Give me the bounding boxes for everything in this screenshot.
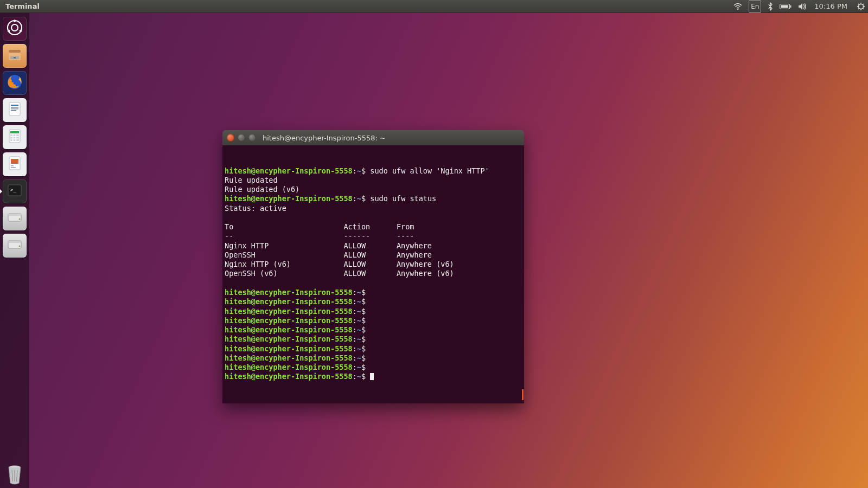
terminal-command-line: hitesh@encypher-Inspiron-5558:~$ [225,307,522,316]
terminal-command-line: hitesh@encypher-Inspiron-5558:~$ sudo uf… [225,194,522,203]
terminal-output-line: OpenSSH (v6) ALLOW Anywhere (v6) [225,269,522,278]
svg-rect-38 [16,139,19,141]
svg-rect-36 [10,139,12,141]
terminal-cursor [370,373,374,380]
output-text: Rule updated [225,176,278,184]
svg-rect-37 [14,139,16,141]
prompt-user-host: hitesh@encypher-Inspiron-5558 [225,166,353,175]
terminal-output-line: Nginx HTTP ALLOW Anywhere [225,241,522,251]
terminal-output-line: To Action From [225,222,522,232]
prompt-user-host: hitesh@encypher-Inspiron-5558 [225,316,353,325]
output-text: To Action From [225,222,414,231]
svg-line-11 [863,4,864,4]
launcher-item-writer[interactable] [3,98,27,122]
launcher-trash[interactable] [3,463,27,486]
libreoffice-writer-icon [7,101,23,119]
svg-rect-49 [8,241,21,243]
prompt-user-host: hitesh@encypher-Inspiron-5558 [225,288,353,297]
prompt-path: ~ [357,316,361,325]
launcher-item-files[interactable] [3,44,27,68]
trash-icon [5,464,24,485]
prompt-path: ~ [357,297,361,306]
output-text: Nginx HTTP ALLOW Anywhere [225,241,432,250]
launcher-item-impress[interactable] [3,152,27,176]
terminal-command-line: hitesh@encypher-Inspiron-5558:~$ [225,372,522,381]
launcher-item-terminal[interactable]: >_ [3,179,27,203]
terminal-output-line: OpenSSH ALLOW Anywhere [225,251,522,260]
svg-point-16 [20,30,22,32]
launcher-item-dash[interactable] [3,17,27,41]
svg-rect-3 [781,5,788,8]
terminal-blank-line [225,279,522,288]
svg-rect-31 [14,134,16,136]
drive-icon [7,210,23,227]
command-text: sudo ufw status [370,194,436,203]
svg-point-47 [19,219,21,220]
svg-point-13 [8,21,22,35]
window-minimize-button[interactable] [238,134,245,142]
session-gear-icon[interactable] [857,0,865,13]
output-text: -- ------ ---- [225,232,414,240]
battery-indicator-icon[interactable] [780,0,792,13]
terminal-window[interactable]: hitesh@encypher-Inspiron-5558: ~ hitesh@… [222,130,524,403]
launcher-item-firefox[interactable] [3,71,27,95]
bluetooth-indicator-icon[interactable] [768,0,773,13]
prompt-user-host: hitesh@encypher-Inspiron-5558 [225,307,353,316]
svg-point-15 [14,20,16,22]
terminal-output-line: Rule updated (v6) [225,185,522,194]
output-text: OpenSSH ALLOW Anywhere [225,251,432,259]
output-text: Rule updated (v6) [225,185,299,194]
svg-rect-2 [790,5,792,8]
terminal-command-line: hitesh@encypher-Inspiron-5558:~$ sudo uf… [225,166,522,176]
prompt-user-host: hitesh@encypher-Inspiron-5558 [225,335,353,343]
unity-launcher: >_ [0,13,29,488]
launcher-item-calc[interactable] [3,125,27,149]
terminal-command-line: hitesh@encypher-Inspiron-5558:~$ [225,288,522,297]
prompt-user-host: hitesh@encypher-Inspiron-5558 [225,354,353,362]
libreoffice-impress-icon [7,155,23,174]
svg-rect-30 [10,134,12,136]
terminal-body[interactable]: hitesh@encypher-Inspiron-5558:~$ sudo uf… [222,145,524,403]
files-icon [7,47,23,65]
svg-rect-33 [10,137,12,139]
prompt-user-host: hitesh@encypher-Inspiron-5558 [225,194,353,203]
terminal-output-line: Rule updated [225,176,522,185]
svg-rect-26 [11,108,18,110]
svg-rect-29 [10,131,19,133]
terminal-output-line: Nginx HTTP (v6) ALLOW Anywhere (v6) [225,260,522,269]
terminal-scrollbar-thumb[interactable] [522,389,524,400]
volume-indicator-icon[interactable] [798,0,807,13]
window-title: hitesh@encypher-Inspiron-5558: ~ [263,134,386,142]
prompt-path: ~ [357,354,361,362]
clock-indicator[interactable]: 10:16 PM [814,0,847,13]
svg-rect-34 [14,137,16,139]
prompt-user-host: hitesh@encypher-Inspiron-5558 [225,344,353,353]
svg-line-10 [863,8,864,9]
prompt-path: ~ [357,166,361,175]
window-maximize-button[interactable] [248,134,256,142]
svg-rect-18 [9,50,21,53]
svg-point-17 [8,30,10,32]
svg-rect-42 [11,167,16,168]
window-close-button[interactable] [227,134,234,142]
launcher-item-disk2[interactable] [3,234,27,258]
launcher-item-disk1[interactable] [3,207,27,230]
drive-icon [7,237,23,254]
wifi-indicator-icon[interactable] [733,0,742,13]
command-text: sudo ufw allow 'Nginx HTTP' [370,166,489,175]
prompt-path: ~ [357,307,361,316]
prompt-path: ~ [357,372,361,381]
svg-point-14 [11,24,18,31]
terminal-command-line: hitesh@encypher-Inspiron-5558:~$ [225,325,522,335]
terminal-output-line: Status: active [225,204,522,213]
firefox-icon [5,73,24,93]
prompt-path: ~ [357,325,361,334]
terminal-command-line: hitesh@encypher-Inspiron-5558:~$ [225,316,522,325]
prompt-path: ~ [357,363,361,371]
output-text: Nginx HTTP (v6) ALLOW Anywhere (v6) [225,260,454,268]
top-menubar: Terminal En 10:16 PM [0,0,868,13]
keyboard-layout-indicator[interactable]: En [749,0,761,13]
prompt-user-host: hitesh@encypher-Inspiron-5558 [225,297,353,306]
prompt-user-host: hitesh@encypher-Inspiron-5558 [225,363,353,371]
window-titlebar[interactable]: hitesh@encypher-Inspiron-5558: ~ [222,130,524,145]
